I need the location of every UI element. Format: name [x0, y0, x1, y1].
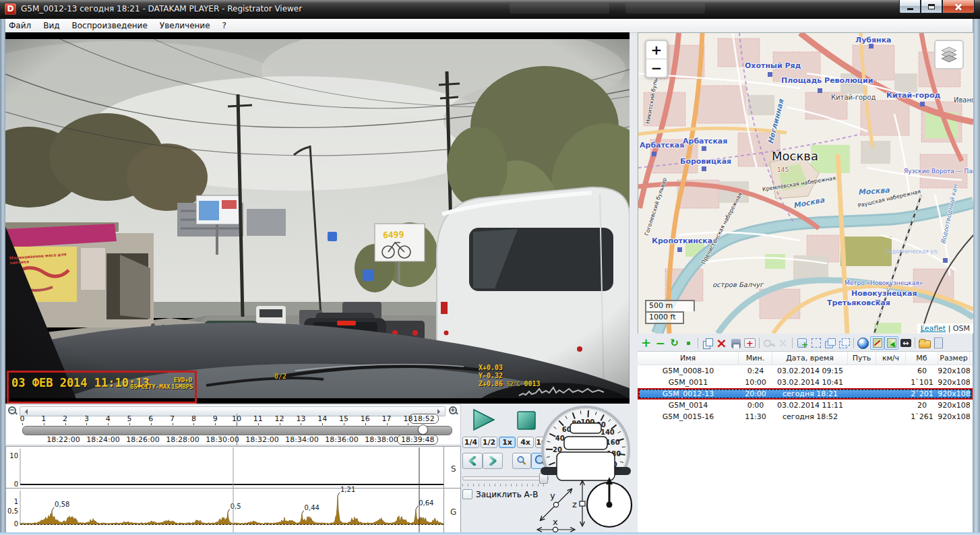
prev-file-button[interactable] [462, 453, 483, 469]
minimize-icon [907, 8, 913, 10]
cell-datetime: 03.02.2014 09:15 [772, 365, 848, 377]
map-track-icon[interactable] [870, 336, 884, 350]
cell-min: 0:24 [739, 365, 772, 377]
minimize-button[interactable] [899, 0, 921, 13]
svg-text:40: 40 [555, 435, 565, 442]
table-row[interactable]: G5M_0015-1611:30сегодня 18:521`2611920x1… [638, 411, 973, 422]
maximize-button[interactable] [921, 0, 942, 13]
speed-button-1x[interactable]: 1x [499, 437, 516, 448]
map-label: Китай-город [831, 94, 876, 101]
timeline-zoom-out-button[interactable]: − [7, 406, 18, 416]
refresh-icon[interactable] [667, 336, 681, 350]
close-button[interactable] [942, 0, 975, 13]
overlay-gps-status: 0/2 [274, 373, 286, 380]
table-header: ИмяМин.Дата, времяПутькм/чМбРазмер [638, 352, 973, 365]
column-header[interactable]: Дата, время [772, 352, 848, 365]
app-window: D G5M_0012-13 сегодня 18:21 - DATAKAM PL… [0, 0, 980, 535]
table-row[interactable]: G5M_0008-100:2403.02.2014 09:15601920x10… [638, 365, 973, 377]
column-header[interactable]: Мб [906, 352, 938, 365]
menu-item-2[interactable]: Воспроизведение [65, 20, 153, 32]
remove-icon[interactable] [653, 336, 667, 350]
timeline-tick [151, 423, 152, 425]
loop-ab-label: Зациклить А-В [476, 490, 538, 499]
cell-speed [876, 411, 906, 422]
table-row[interactable]: G5M_0012-1320:00сегодня 18:212`2011920x1… [638, 388, 973, 400]
folder-icon[interactable] [917, 336, 931, 350]
column-header[interactable]: Путь [848, 352, 876, 365]
speed-button-1-2[interactable]: 1/2 [481, 437, 497, 448]
timeline-tick [387, 423, 388, 425]
select-frame-icon[interactable] [809, 336, 823, 350]
map-zoom-out-button[interactable]: − [646, 59, 667, 77]
timeline-tick [280, 423, 280, 425]
table-row[interactable]: G5M_00140:0003.02.2014 11:11201920x1080 [638, 400, 973, 411]
map-panel[interactable]: ЛубянкаОхотный РядПлощадь РеволюцииКитай… [638, 32, 973, 334]
window-border-bottom [0, 532, 980, 535]
next-file-button[interactable] [483, 453, 503, 469]
file-table: ИмяМин.Дата, времяПутькм/чМбРазмерG5M_00… [638, 351, 973, 532]
svg-text:x: x [553, 517, 558, 527]
speed-button-4x[interactable]: 4x [517, 437, 534, 448]
file-info-icon[interactable] [931, 336, 946, 350]
column-header[interactable]: Имя [638, 352, 739, 365]
video-viewport[interactable]: 03 ФЕВ 2014 11:10:13 G5-CITY-MAX EVD+D 1… [5, 32, 630, 404]
leaflet-link[interactable]: Leaflet [921, 324, 946, 333]
more-icon[interactable] [681, 336, 696, 350]
video-zoom-out-button[interactable] [512, 453, 531, 469]
svg-text:0: 0 [14, 520, 18, 528]
menu-item-1[interactable]: Вид [37, 20, 65, 32]
map-label: Метро «Новокузнецкая» [845, 280, 923, 286]
select-stack-icon[interactable] [823, 336, 837, 350]
cell-mb: 60 [906, 365, 938, 377]
copy-icon[interactable] [700, 336, 714, 350]
menu-item-3[interactable]: Увеличение [154, 20, 216, 32]
cell-mb: 2`201 [906, 388, 938, 400]
select-add-icon[interactable] [795, 336, 809, 350]
timeline-time-label: 18:36:00 [325, 435, 358, 444]
file-toolbar [638, 335, 974, 351]
svg-text:140: 140 [601, 429, 615, 436]
billboard-price-text: 6499 [383, 229, 404, 240]
loop-ab-checkbox[interactable] [462, 489, 472, 499]
save-icon[interactable] [729, 336, 743, 350]
medkit-icon[interactable] [743, 336, 757, 350]
menu-item-0[interactable]: Файл [3, 20, 37, 32]
timeline-track[interactable] [22, 426, 452, 435]
timeline-zoom-in-button[interactable]: + [448, 406, 459, 416]
play-button[interactable] [472, 408, 496, 431]
table-row[interactable]: G5M_001110:0003.02.2014 10:411`1011920x1… [638, 377, 973, 388]
map-label: Арбатская [683, 137, 727, 146]
select-stack-dashed-icon[interactable] [837, 336, 851, 350]
compass-clock-widget [582, 474, 636, 531]
menu-item-4[interactable]: ? [216, 20, 233, 32]
map-layers-button[interactable] [934, 40, 964, 69]
svg-text:S: S [451, 464, 456, 474]
cell-speed [876, 400, 906, 411]
speed-button-1-4[interactable]: 1/4 [462, 437, 479, 448]
svg-text:10: 10 [9, 452, 18, 460]
map-label: Москва [772, 149, 818, 163]
timeline-number: 12 [275, 414, 284, 423]
map-label: Боровицкая [680, 157, 731, 166]
timeline-position-handle[interactable] [418, 424, 428, 435]
svg-text:0,5: 0,5 [7, 507, 18, 515]
column-header[interactable]: км/ч [876, 352, 906, 365]
timeline-time-label: 18:26:00 [126, 435, 159, 444]
map-zoom-in-button[interactable]: + [646, 41, 667, 59]
map-export-icon[interactable] [884, 336, 898, 350]
stop-button[interactable] [516, 410, 537, 431]
column-header[interactable]: Размер [938, 352, 970, 365]
title-bar[interactable]: D G5M_0012-13 сегодня 18:21 - DATAKAM PL… [0, 0, 980, 20]
timeline-number: 0 [20, 414, 25, 423]
timeline-time-label: 18:22:00 [47, 435, 80, 444]
map-label: Кропоткинская [652, 237, 717, 245]
delete-icon[interactable] [714, 336, 729, 350]
overlay-datetime: 03 ФЕВ 2014 11:10:13 [11, 376, 150, 389]
google-earth-icon[interactable] [856, 336, 870, 350]
column-header[interactable]: Мин. [739, 352, 772, 365]
add-icon[interactable] [639, 336, 653, 350]
sensor-graphs[interactable]: 10010,500,580,50,441,210,64SG [5, 446, 461, 534]
timeline-tick [344, 423, 344, 425]
cell-name: G5M_0014 [638, 400, 739, 411]
video-export-icon[interactable] [898, 336, 913, 350]
